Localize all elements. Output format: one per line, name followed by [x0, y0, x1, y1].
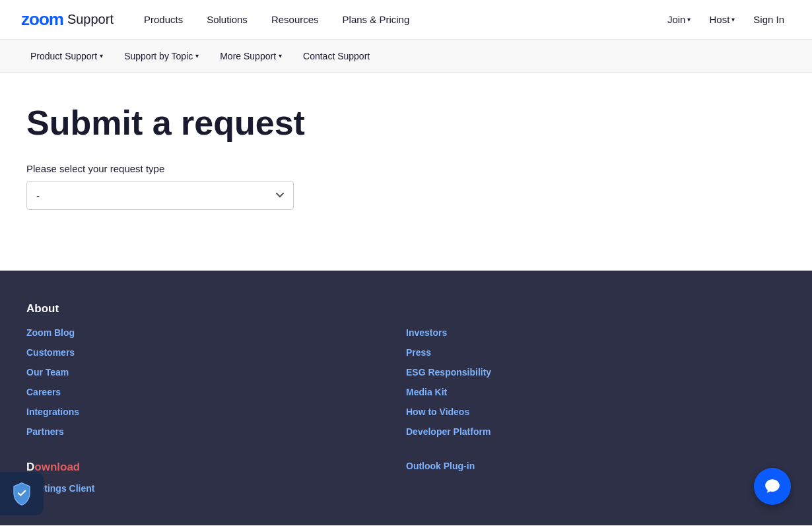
- main-content: Submit a request Please select your requ…: [0, 73, 812, 271]
- footer-link-zoom-blog[interactable]: Zoom Blog: [26, 327, 406, 338]
- footer-right-col: Investors Press ESG Responsibility Media…: [406, 327, 786, 437]
- footer-link-careers[interactable]: Careers: [26, 387, 406, 397]
- footer-link-esg[interactable]: ESG Responsibility: [406, 367, 786, 378]
- subnav-product-support[interactable]: Product Support ▾: [21, 46, 112, 67]
- logo[interactable]: zoom Support: [21, 9, 114, 30]
- footer-link-developer-platform[interactable]: Developer Platform: [406, 426, 786, 437]
- more-support-chevron-icon: ▾: [279, 52, 282, 59]
- nav-products[interactable]: Products: [135, 9, 192, 30]
- top-nav-right: Join ▾ Host ▾ Sign In: [661, 9, 791, 30]
- footer-link-partners[interactable]: Partners: [26, 426, 406, 437]
- support-logo-text: Support: [67, 12, 114, 27]
- subnav-more-support[interactable]: More Support ▾: [211, 46, 291, 67]
- footer-link-media-kit[interactable]: Media Kit: [406, 387, 786, 397]
- footer-download-grid: Download Meetings Client Outlook Plug-in: [26, 461, 786, 494]
- support-by-topic-chevron-icon: ▾: [195, 52, 199, 59]
- footer-left-col: Zoom Blog Customers Our Team Careers Int…: [26, 327, 406, 437]
- product-support-chevron-icon: ▾: [100, 52, 103, 59]
- nav-plans-pricing[interactable]: Plans & Pricing: [333, 9, 419, 30]
- request-type-select[interactable]: -: [26, 181, 294, 210]
- footer-link-press[interactable]: Press: [406, 347, 786, 358]
- footer-download-title: Download: [26, 461, 406, 474]
- sub-navigation: Product Support ▾ Support by Topic ▾ Mor…: [0, 40, 812, 73]
- nav-solutions[interactable]: Solutions: [197, 9, 257, 30]
- zoom-logo-text: zoom: [21, 9, 63, 30]
- footer-link-our-team[interactable]: Our Team: [26, 367, 406, 378]
- chat-icon: [764, 478, 781, 495]
- footer-link-how-to-videos[interactable]: How to Videos: [406, 407, 786, 417]
- footer-grid: Zoom Blog Customers Our Team Careers Int…: [26, 327, 786, 437]
- footer-link-meetings-client[interactable]: Meetings Client: [26, 483, 406, 494]
- subnav-contact-support[interactable]: Contact Support: [294, 46, 379, 67]
- footer-link-customers[interactable]: Customers: [26, 347, 406, 358]
- nav-resources[interactable]: Resources: [262, 9, 328, 30]
- host-chevron-down-icon: ▾: [731, 16, 735, 23]
- request-type-wrapper: -: [26, 181, 294, 210]
- nav-host[interactable]: Host ▾: [702, 9, 741, 30]
- request-type-label: Please select your request type: [26, 163, 786, 174]
- subnav-support-by-topic[interactable]: Support by Topic ▾: [115, 46, 208, 67]
- footer-download-col: Download Meetings Client: [26, 461, 406, 494]
- footer-link-integrations[interactable]: Integrations: [26, 407, 406, 417]
- footer: About Zoom Blog Customers Our Team Caree…: [0, 271, 812, 525]
- page-title: Submit a request: [26, 104, 786, 142]
- top-nav-links: Products Solutions Resources Plans & Pri…: [135, 9, 661, 30]
- nav-sign-in[interactable]: Sign In: [747, 9, 791, 30]
- join-chevron-down-icon: ▾: [687, 16, 691, 23]
- footer-about-title: About: [26, 302, 786, 315]
- nav-join[interactable]: Join ▾: [661, 9, 698, 30]
- top-navigation: zoom Support Products Solutions Resource…: [0, 0, 812, 40]
- footer-link-outlook-plugin[interactable]: Outlook Plug-in: [406, 461, 786, 471]
- footer-link-investors[interactable]: Investors: [406, 327, 786, 338]
- shield-icon: [10, 482, 34, 506]
- shield-badge[interactable]: [0, 472, 44, 515]
- chat-button[interactable]: [754, 468, 791, 505]
- footer-download-right-col: Outlook Plug-in: [406, 461, 786, 494]
